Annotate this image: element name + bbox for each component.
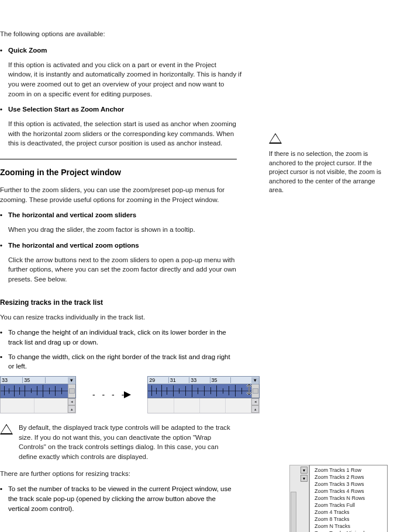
bullet-zoom-options: • The horizontal and vertical zoom optio…	[0, 241, 234, 251]
menu-item[interactable]: Zoom Tracks 1 Row	[310, 467, 387, 474]
menu-item[interactable]: Zoom Tracks 2 Rows	[310, 474, 387, 481]
note-text: By default, the displayed track type con…	[19, 423, 234, 462]
menu-item[interactable]: Zoom Tracks 4 Rows	[310, 488, 387, 495]
figure-row: 33 35 ▾	[0, 376, 392, 413]
subhead-resizing: Resizing tracks in the track list	[0, 298, 234, 307]
tick: 31	[169, 377, 189, 383]
dropdown-icon[interactable]: ▾	[301, 467, 308, 474]
bullet-zoom-sliders: • The horizontal and vertical zoom slide…	[0, 210, 234, 220]
track-scale-menu-figure: ▾ ▾ ◂ Zoom Tracks 1 Row Zoom Tracks 2 Ro…	[289, 465, 388, 532]
waveform	[1, 384, 68, 398]
bullet-quick-zoom: • Quick Zoom	[0, 46, 234, 55]
arrow-left-icon[interactable]: ◂	[68, 398, 75, 406]
bullet-title: Quick Zoom	[8, 47, 47, 54]
lower-panel: ◂ ▴	[0, 398, 76, 413]
bullet-desc: Click the arrow buttons next to the zoom…	[8, 255, 242, 284]
scrollbar-area: ▾ ▾ ◂	[289, 465, 309, 532]
bullet-text: To change the width, click on the right …	[8, 352, 234, 371]
menu-item[interactable]: Zoom Tracks N Rows	[310, 495, 387, 502]
dropdown-icon[interactable]: ▾	[301, 475, 308, 482]
menu-item[interactable]: Zoom 8 Tracks	[310, 516, 387, 523]
note-block: By default, the displayed track type con…	[0, 423, 234, 462]
note-inline: If there is no selection, the zoom is an…	[269, 133, 386, 194]
vertical-scrollbar[interactable]	[291, 492, 296, 532]
arrow-transition: - - - -	[92, 390, 131, 399]
track-scale-popup-menu: Zoom Tracks 1 Row Zoom Tracks 2 Rows Zoo…	[309, 465, 388, 532]
bullet-text: To change the height of an individual tr…	[8, 328, 234, 347]
timeline-ruler[interactable]: 33 35 ▾	[0, 376, 76, 384]
bullet-desc: If this option is activated and you clic…	[8, 60, 242, 99]
vertical-scrollbar[interactable]	[68, 384, 75, 398]
warning-icon	[269, 133, 282, 144]
bullet-desc: If this option is activated, the selecti…	[8, 119, 242, 148]
vertical-scrollbar[interactable]	[251, 384, 259, 398]
intro-text: The following options are available:	[0, 29, 234, 39]
audio-track[interactable]	[147, 384, 260, 398]
para-further-options: There are further options for resizing t…	[0, 469, 234, 479]
arrowhead-right-icon	[124, 391, 131, 398]
note-inline-text: If there is no selection, the zoom is an…	[269, 149, 386, 194]
para-resize: You can resize tracks individually in th…	[0, 312, 234, 322]
tick: 33	[1, 377, 23, 383]
arrow-left-icon[interactable]: ◂	[251, 398, 259, 406]
para-preset-intro: Further to the zoom sliders, you can use…	[0, 185, 234, 204]
menu-item[interactable]: Zoom N Tracks	[310, 523, 387, 530]
tick: 29	[148, 377, 168, 383]
dropdown-icon[interactable]: ▾	[68, 377, 75, 383]
lower-panel: ◂ ▴	[147, 398, 260, 413]
bullet-resize-width: • To change the width, click on the righ…	[0, 352, 234, 371]
waveform	[148, 384, 251, 398]
menu-item[interactable]: Zoom Tracks Full	[310, 502, 387, 509]
divider	[0, 159, 237, 159]
bullet-title: The horizontal and vertical zoom options	[8, 242, 139, 249]
menu-item[interactable]: Zoom 4 Tracks	[310, 509, 387, 516]
tick: 35	[23, 377, 45, 383]
tick: 33	[189, 377, 210, 383]
bullet-track-scale-popup: • To set the number of tracks to be view…	[0, 484, 234, 513]
arrow-up-icon[interactable]: ▴	[251, 405, 259, 413]
bullet-resize-height: • To change the height of an individual …	[0, 328, 234, 347]
bullet-desc: When you drag the slider, the zoom facto…	[8, 225, 242, 235]
arrow-up-icon[interactable]: ▴	[68, 405, 75, 413]
tick: 35	[210, 377, 231, 383]
menu-item[interactable]: Zoom Tracks 3 Rows	[310, 481, 387, 488]
audio-track[interactable]	[0, 384, 76, 398]
waveform-before: 33 35 ▾	[0, 376, 76, 413]
timeline-ruler[interactable]: 29 31 33 35 ▾	[147, 376, 260, 384]
bullet-selection-anchor: • Use Selection Start as Zoom Anchor	[0, 105, 234, 114]
waveform-after: 29 31 33 35 ▾	[147, 376, 260, 413]
bullet-text: To set the number of tracks to be viewed…	[8, 484, 234, 513]
dropdown-icon[interactable]: ▾	[251, 377, 259, 383]
warning-icon	[0, 424, 13, 434]
bullet-title: Use Selection Start as Zoom Anchor	[8, 106, 124, 113]
menu-item[interactable]: Zoom Tracks Minimal	[310, 530, 387, 532]
bullet-title: The horizontal and vertical zoom sliders	[8, 211, 136, 218]
